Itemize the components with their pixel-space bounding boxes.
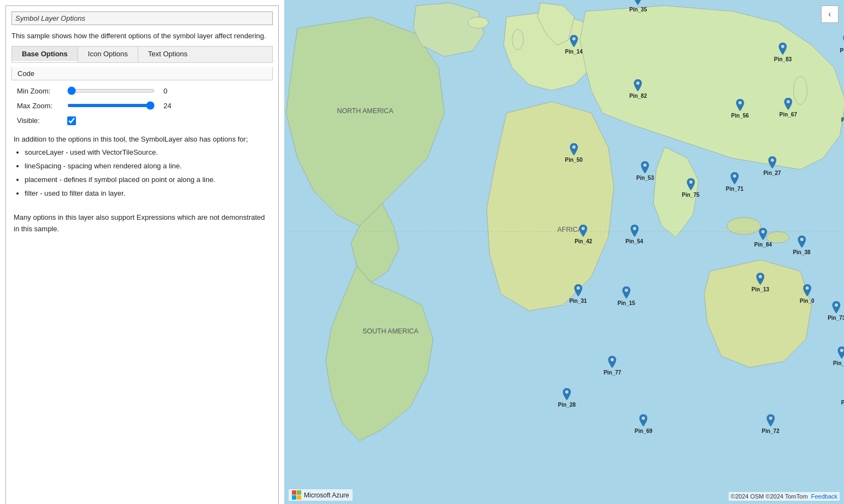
map-svg: NORTH AMERICA SOUTH AMERICA AFRICA (284, 0, 844, 504)
info-heading: In addition to the options in this tool,… (14, 134, 271, 145)
svg-point-1 (727, 218, 761, 235)
options-section: Min Zoom: 0 Max Zoom: 24 Visible: (11, 85, 273, 127)
tab-text-options[interactable]: Text Options (138, 46, 197, 62)
map-back-button[interactable]: ‹ (821, 5, 839, 23)
svg-text:NORTH AMERICA: NORTH AMERICA (337, 107, 394, 115)
ms-sq-red (292, 490, 296, 495)
min-zoom-label: Min Zoom: (17, 87, 61, 95)
max-zoom-row: Max Zoom: 24 (17, 102, 271, 110)
tab-icon-options[interactable]: Icon Options (78, 46, 138, 62)
info-item-3: filter - used to filter data in layer. (25, 188, 271, 200)
visible-row: Visible: (17, 116, 271, 125)
svg-point-5 (468, 17, 488, 28)
svg-point-4 (512, 30, 524, 50)
min-zoom-value: 0 (163, 87, 167, 95)
tabs-bar: Base Options Icon Options Text Options (11, 46, 273, 63)
visible-checkbox[interactable] (67, 116, 76, 125)
map-attribution: ©2024 OSM ©2024 TomTom Feedback (729, 492, 840, 501)
ms-sq-yellow (297, 495, 301, 500)
panel-description: This sample shows how the different opti… (11, 31, 273, 42)
svg-point-2 (766, 232, 789, 243)
svg-text:AFRICA: AFRICA (558, 226, 583, 233)
info-item-0: sourceLayer - used with VectorTileSource… (25, 147, 271, 159)
tab-base-options[interactable]: Base Options (12, 46, 78, 62)
microsoft-logo-squares (292, 490, 301, 500)
ms-sq-blue (292, 495, 296, 500)
visible-label: Visible: (17, 116, 61, 125)
code-tab[interactable]: Code (11, 67, 273, 80)
symbol-layer-options-panel: Symbol Layer Options This sample shows h… (5, 5, 279, 504)
max-zoom-slider[interactable] (67, 104, 155, 107)
svg-point-3 (794, 77, 807, 105)
azure-label: Microsoft Azure (304, 491, 349, 499)
info-item-2: placement - defines if symbol placed on … (25, 174, 271, 186)
min-zoom-slider[interactable] (67, 89, 155, 92)
attribution-text: ©2024 OSM ©2024 TomTom (731, 493, 808, 500)
panel-title: Symbol Layer Options (11, 11, 273, 25)
min-zoom-row: Min Zoom: 0 (17, 87, 271, 95)
info-item-1: lineSpacing - spacing when rendered alon… (25, 161, 271, 172)
max-zoom-value: 24 (163, 102, 171, 110)
svg-text:SOUTH AMERICA: SOUTH AMERICA (362, 327, 419, 335)
ms-sq-green (297, 490, 301, 495)
azure-logo: Microsoft Azure (289, 489, 353, 501)
extra-info: Many options in this layer also support … (11, 210, 273, 237)
map-container[interactable]: NORTH AMERICA SOUTH AMERICA AFRICA Pin_3… (284, 0, 844, 504)
max-zoom-label: Max Zoom: (17, 102, 61, 110)
info-section: In addition to the options in this tool,… (11, 132, 273, 204)
info-list: sourceLayer - used with VectorTileSource… (25, 147, 271, 199)
feedback-link[interactable]: Feedback (811, 493, 837, 500)
